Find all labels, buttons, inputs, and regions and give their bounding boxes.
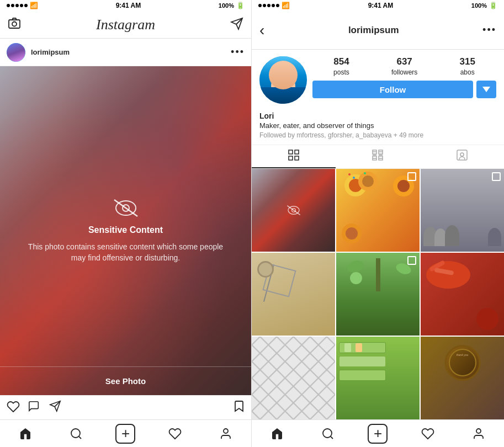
dot4	[20, 4, 23, 7]
stats-container: 854 posts 637 followers 315 abos Follow	[312, 56, 496, 98]
profile-bio: Maker, eater, and observer of things	[259, 121, 496, 130]
rdot5	[276, 4, 279, 7]
right-nav-heart[interactable]	[417, 423, 439, 445]
grid-cell-rolls[interactable]	[336, 337, 420, 419]
donuts-photo	[336, 169, 420, 252]
grid-icon	[288, 150, 299, 163]
right-nav-profile[interactable]	[468, 423, 490, 445]
tab-grid[interactable]	[252, 145, 336, 168]
grid-cell-pattern[interactable]	[252, 337, 335, 419]
following-stat[interactable]: 315 abos	[460, 56, 475, 76]
back-button[interactable]: ‹	[259, 23, 264, 38]
right-signal: 📶	[258, 2, 290, 9]
right-status-bar: 📶 9:41 AM 100% 🔋	[252, 0, 504, 11]
grid-cell-wood[interactable]: thank you	[421, 337, 504, 419]
dot3	[15, 4, 19, 7]
profile-avatar[interactable]	[259, 56, 307, 104]
grid-cell-sensitive[interactable]	[252, 169, 335, 252]
followers-stat[interactable]: 637 followers	[391, 56, 417, 76]
right-nav-add[interactable]: +	[368, 424, 388, 444]
post-more-button[interactable]: •••	[231, 46, 245, 58]
svg-rect-31	[252, 337, 335, 419]
grid-cell-group[interactable]	[421, 169, 504, 252]
nav-heart[interactable]	[164, 423, 186, 445]
right-bottom-nav: +	[252, 419, 504, 447]
posts-count: 854	[333, 56, 349, 67]
svg-rect-0	[9, 20, 20, 28]
following-count: 315	[460, 56, 475, 67]
right-battery: 100% 🔋	[471, 2, 497, 9]
like-icon[interactable]	[7, 400, 20, 416]
profile-name: Lori	[259, 111, 496, 120]
nav-search[interactable]	[65, 423, 87, 445]
sensitive-title: Sensitive Content	[88, 225, 163, 235]
svg-rect-12	[295, 150, 299, 154]
wifi-icon: 📶	[30, 2, 38, 9]
followers-label: followers	[391, 68, 417, 76]
svg-rect-14	[295, 156, 299, 160]
share-icon[interactable]	[49, 400, 62, 416]
svg-point-7	[71, 429, 80, 438]
sensitive-desc: This photo contains sensitive content wh…	[22, 242, 229, 263]
profile-more-button[interactable]: •••	[482, 24, 496, 36]
battery-text: 100%	[219, 2, 234, 9]
tagged-icon	[457, 150, 468, 163]
right-battery-icon: 🔋	[489, 2, 497, 9]
profile-tabs	[252, 145, 504, 169]
post-username[interactable]: lorimipsum	[31, 48, 231, 56]
stats-row: 854 posts 637 followers 315 abos	[312, 56, 496, 76]
follow-dropdown-button[interactable]	[476, 81, 496, 98]
right-time: 9:41 AM	[368, 2, 394, 9]
grid-cell-donuts[interactable]	[336, 169, 420, 252]
rdot1	[258, 4, 262, 7]
follow-button[interactable]: Follow	[312, 81, 473, 98]
profile-username: lorimipsum	[270, 25, 477, 36]
posts-label: posts	[333, 68, 349, 76]
left-panel: 📶 9:41 AM 100% 🔋 Instagram lo	[0, 0, 252, 447]
grid-cell-spicy-food[interactable]	[421, 253, 504, 336]
nav-profile[interactable]	[215, 423, 237, 445]
posts-stat[interactable]: 854 posts	[333, 56, 349, 76]
left-battery: 100% 🔋	[219, 2, 245, 9]
svg-line-8	[78, 436, 81, 438]
right-nav-search[interactable]	[317, 423, 339, 445]
right-signal-dots	[258, 4, 279, 7]
plant-multi	[407, 256, 416, 265]
profile-info: Lori Maker, eater, and observer of thing…	[252, 110, 504, 145]
camera-icon[interactable]	[8, 17, 21, 33]
grid-cell-plant[interactable]	[336, 253, 420, 336]
svg-point-32	[323, 429, 332, 438]
grid-cell-floor[interactable]	[252, 253, 335, 336]
svg-point-9	[224, 429, 228, 433]
nav-add[interactable]: +	[115, 424, 135, 444]
avatar-image	[7, 43, 25, 62]
bookmark-icon[interactable]	[234, 400, 245, 416]
tab-tagged[interactable]	[420, 145, 504, 168]
post-avatar[interactable]	[7, 43, 25, 62]
see-photo-bar[interactable]: See Photo	[0, 366, 251, 395]
rdot2	[263, 4, 266, 7]
profile-followed-by: Followed by mfortress, gforsher, a_babay…	[259, 131, 496, 139]
right-panel: 📶 9:41 AM 100% 🔋 ‹ lorimipsum ••• 854 po…	[252, 0, 504, 447]
post-header: lorimipsum •••	[0, 39, 251, 66]
comment-icon[interactable]	[28, 400, 41, 416]
left-time: 9:41 AM	[116, 2, 141, 9]
post-actions	[0, 395, 251, 419]
right-nav-home[interactable]	[266, 423, 288, 445]
left-bottom-nav: +	[0, 419, 251, 447]
svg-point-1	[12, 22, 17, 26]
profile-stats-section: 854 posts 637 followers 315 abos Follow	[252, 50, 504, 110]
rdot4	[272, 4, 275, 7]
svg-rect-25	[457, 150, 467, 160]
pattern-photo	[252, 337, 335, 419]
nav-home[interactable]	[14, 423, 36, 445]
rolls-photo	[336, 337, 420, 419]
post-image-area: Sensitive Content This photo contains se…	[0, 66, 251, 395]
battery-icon: 🔋	[236, 2, 245, 9]
profile-avatar-image	[259, 56, 307, 104]
send-icon[interactable]	[230, 17, 243, 33]
right-battery-text: 100%	[471, 2, 487, 9]
following-label: abos	[460, 68, 475, 76]
tab-list[interactable]	[336, 145, 420, 168]
see-photo-text: See Photo	[105, 376, 146, 386]
